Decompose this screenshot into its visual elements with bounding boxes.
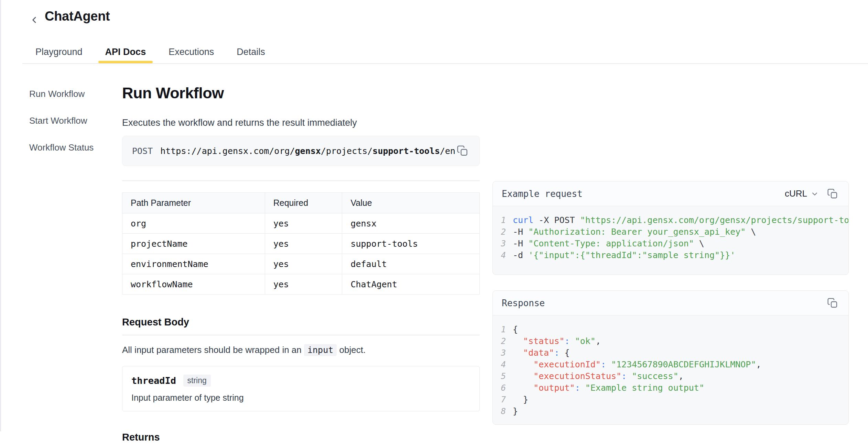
code-line: 3 "data": { [493,347,848,359]
code-line: 2-H "Authorization: Bearer your_gensx_ap… [493,226,848,238]
line-number: 1 [493,214,513,226]
left-edge-strip [0,0,1,431]
code-line: 4-d '{"input":{"threadId":"sample string… [493,249,848,261]
code-line: 6 "output": "Example string output" [493,382,848,394]
request-body-intro: All input parameters should be wrapped i… [122,344,480,356]
copy-icon [827,188,838,199]
line-number: 3 [493,238,513,249]
param-type-badge: string [183,375,211,387]
tab-api-docs[interactable]: API Docs [98,41,153,63]
example-request-code: 1curl -X POST "https://api.gensx.com/org… [493,206,848,261]
table-row: projectNameyessupport-tools [122,234,480,254]
endpoint-copy-button[interactable] [455,144,470,158]
tab-executions[interactable]: Executions [162,41,221,63]
language-label: cURL [785,188,807,199]
table-cell: yes [265,234,342,254]
api-docs-page: ChatAgent PlaygroundAPI DocsExecutionsDe… [0,0,868,444]
sidebar-item-workflow-status[interactable]: Workflow Status [29,142,115,153]
copy-icon [827,298,838,309]
line-number: 7 [493,394,513,406]
tab-divider [22,63,868,64]
line-number: 4 [493,249,513,261]
divider [122,180,480,181]
table-cell: yes [265,213,342,234]
back-button[interactable] [28,14,41,26]
line-number: 1 [493,324,513,335]
line-number: 6 [493,382,513,394]
path-table-body: orgyesgensxprojectNameyessupport-toolsen… [122,213,480,295]
sidebar-item-start-workflow[interactable]: Start Workflow [29,115,115,126]
example-request-header: Example request cURL [493,181,848,206]
tab-playground[interactable]: Playground [29,41,89,63]
line-number: 4 [493,359,513,370]
code-line: 2 "status": "ok", [493,335,848,347]
param-description: Input parameter of type string [131,393,470,403]
table-header-row: Path ParameterRequiredValue [122,193,480,213]
column-header: Required [265,193,342,213]
main-column: Run Workflow Executes the workflow and r… [122,84,480,444]
chevron-left-icon [29,15,40,25]
param-name: threadId [131,375,176,386]
column-header: Path Parameter [122,193,265,213]
table-cell: projectName [122,234,265,254]
copy-icon [457,145,468,157]
http-method: POST [132,146,153,156]
doc-nav: Run WorkflowStart WorkflowWorkflow Statu… [29,89,115,169]
example-request-copy-button[interactable] [826,187,839,201]
chevron-down-icon [811,190,819,198]
code-line: 1{ [493,324,848,335]
intro-prefix: All input parameters should be wrapped i… [122,345,302,355]
code-line: 7 } [493,394,848,406]
table-cell: gensx [342,213,480,234]
response-title: Response [502,298,545,308]
line-number: 8 [493,406,513,417]
line-number: 5 [493,370,513,382]
tab-details[interactable]: Details [230,41,272,63]
table-cell: ChatAgent [342,274,480,295]
section-title: Run Workflow [122,84,480,102]
divider [122,335,480,335]
response-copy-button[interactable] [826,296,839,310]
endpoint-url: https://api.gensx.com/org/gensx/projects… [160,146,455,156]
table-row: orgyesgensx [122,213,480,234]
table-cell: environmentName [122,254,265,274]
response-header: Response [493,291,848,315]
page-title: ChatAgent [45,9,110,24]
column-header: Value [342,193,480,213]
table-cell: support-tools [342,234,480,254]
language-select[interactable]: cURL [785,188,819,199]
tab-bar: PlaygroundAPI DocsExecutionsDetails [29,41,272,63]
path-table: Path ParameterRequiredValue orgyesgensxp… [122,192,480,295]
intro-suffix: object. [339,345,366,355]
inline-code-input: input [304,344,337,356]
sidebar-item-run-workflow[interactable]: Run Workflow [29,89,115,99]
line-number: 3 [493,347,513,359]
endpoint-box: POST https://api.gensx.com/org/gensx/pro… [122,136,480,166]
code-line: 5 "executionStatus": "success", [493,370,848,382]
table-cell: org [122,213,265,234]
response-card: Response 1{2 "status": "ok",3 "data": {4… [492,290,849,425]
example-request-card: Example request cURL 1curl -X POST "http… [492,181,849,275]
line-number: 2 [493,226,513,238]
table-cell: yes [265,274,342,295]
response-code: 1{2 "status": "ok",3 "data": {4 "executi… [493,315,848,417]
section-description: Executes the workflow and returns the re… [122,117,480,128]
param-card: threadId string Input parameter of type … [122,366,480,411]
request-body-heading: Request Body [122,316,480,328]
code-line: 1curl -X POST "https://api.gensx.com/org… [493,214,848,226]
table-cell: yes [265,254,342,274]
returns-heading: Returns [122,431,480,443]
table-row: workflowNameyesChatAgent [122,274,480,295]
table-cell: workflowName [122,274,265,295]
code-line: 8} [493,406,848,417]
table-cell: default [342,254,480,274]
table-row: environmentNameyesdefault [122,254,480,274]
example-request-title: Example request [502,189,583,199]
code-line: 3-H "Content-Type: application/json" \ [493,238,848,249]
line-number: 2 [493,335,513,347]
code-line: 4 "executionId": "1234567890ABCDEFGHIJKL… [493,359,848,370]
